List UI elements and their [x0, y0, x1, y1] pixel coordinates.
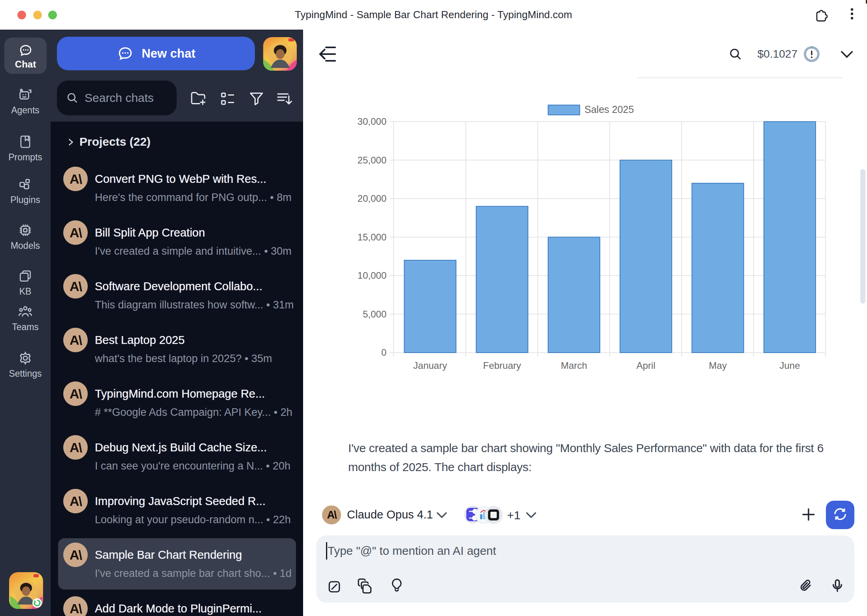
svg-text:25,000: 25,000 [358, 155, 386, 165]
svg-text:10,000: 10,000 [358, 270, 386, 281]
svg-text:March: March [561, 360, 587, 371]
svg-text:January: January [413, 360, 447, 371]
svg-text:June: June [779, 360, 800, 371]
svg-text:30,000: 30,000 [358, 116, 386, 127]
svg-text:April: April [636, 360, 655, 371]
svg-text:Sales 2025: Sales 2025 [584, 104, 634, 115]
svg-text:15,000: 15,000 [358, 232, 386, 242]
svg-text:5,000: 5,000 [363, 309, 386, 319]
svg-text:February: February [483, 360, 521, 371]
svg-text:0: 0 [381, 347, 386, 358]
svg-text:20,000: 20,000 [358, 193, 386, 204]
svg-text:May: May [709, 360, 727, 371]
